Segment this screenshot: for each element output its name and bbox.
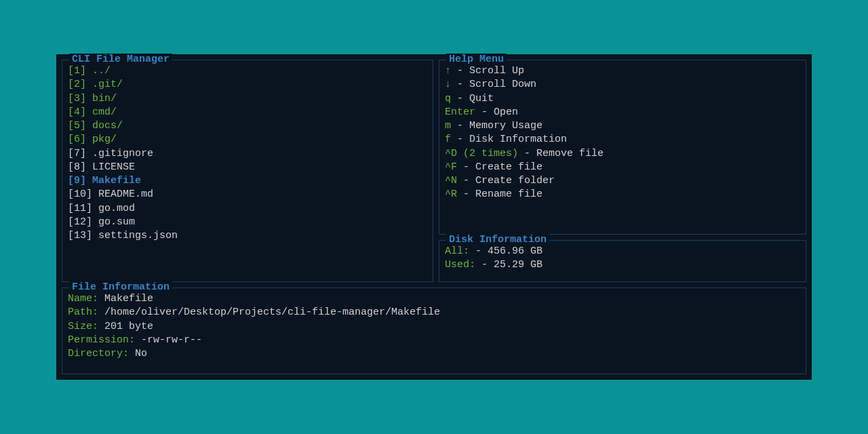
file-info-label: Directory: [68,348,129,359]
help-desc: - Create file [457,161,542,173]
disk-value: - 25.29 GB [475,259,542,271]
help-item: q - Quit [445,92,800,106]
help-key: ^D (2 times) [445,148,518,159]
help-desc: - Disk Information [451,134,567,145]
file-info-row: Permission: -rw-rw-r-- [68,334,800,347]
file-item[interactable]: [9] Makefile [68,174,427,188]
file-info-label: Size: [68,321,98,332]
help-item: ^D (2 times) - Remove file [445,147,800,161]
file-item[interactable]: [5] docs/ [68,119,427,133]
help-desc: - Memory Usage [451,120,542,132]
help-key: ^F [445,161,457,173]
file-info-title: File Information [69,281,172,293]
file-item[interactable]: [11] go.mod [68,202,427,216]
disk-label: All: [445,245,475,257]
file-info-value: No [129,348,147,359]
help-key: q [445,93,451,104]
file-info-row: Path: /home/oliver/Desktop/Projects/cli-… [68,306,800,319]
help-item: Enter - Open [445,106,800,119]
help-key: ↓ [445,79,451,90]
right-column: Help Menu ↑ - Scroll Up↓ - Scroll Downq … [439,60,806,282]
disk-rows: All: - 456.96 GBUsed: - 25.29 GB [445,245,800,273]
help-key: ^R [445,189,457,200]
help-title: Help Menu [446,54,507,65]
file-item[interactable]: [1] ../ [68,64,427,78]
file-list[interactable]: [1] ../[2] .git/[3] bin/[4] cmd/[5] docs… [68,64,427,243]
help-item: ^R - Rename file [445,188,800,201]
help-desc: - Quit [451,93,494,104]
terminal-window: CLI File Manager [1] ../[2] .git/[3] bin… [56,54,812,380]
disk-row: Used: - 25.29 GB [445,258,800,272]
help-desc: - Open [475,106,518,118]
disk-title: Disk Information [446,234,549,245]
help-key: f [445,134,451,145]
file-info-value: 201 byte [98,321,153,332]
file-info-row: Directory: No [68,347,800,361]
help-item: f - Disk Information [445,133,800,146]
file-manager-title: CLI File Manager [69,54,172,65]
file-info-row: Name: Makefile [68,292,800,306]
file-item[interactable]: [12] go.sum [68,216,427,229]
file-item[interactable]: [8] LICENSE [68,161,427,174]
help-item: ^F - Create file [445,161,800,174]
file-item[interactable]: [2] .git/ [68,78,427,92]
help-item: ↑ - Scroll Up [445,64,800,78]
file-info-row: Size: 201 byte [68,320,800,334]
help-key: ↑ [445,65,451,77]
file-info-value: -rw-rw-r-- [135,334,202,346]
file-item[interactable]: [13] settings.json [68,229,427,243]
file-info-panel: File Information Name: MakefilePath: /ho… [62,288,806,374]
disk-label: Used: [445,259,475,271]
file-item[interactable]: [3] bin/ [68,92,427,106]
help-item: ^N - Create folder [445,174,800,188]
help-desc: - Scroll Down [451,79,536,90]
file-item[interactable]: [6] pkg/ [68,133,427,146]
help-item: m - Memory Usage [445,119,800,133]
file-item[interactable]: [7] .gitignore [68,147,427,161]
help-key: Enter [445,106,475,118]
file-info-rows: Name: MakefilePath: /home/oliver/Desktop… [68,292,800,361]
help-list: ↑ - Scroll Up↓ - Scroll Downq - QuitEnte… [445,64,800,202]
help-item: ↓ - Scroll Down [445,78,800,92]
help-desc: - Create folder [457,175,555,186]
help-panel: Help Menu ↑ - Scroll Up↓ - Scroll Downq … [439,60,806,235]
file-info-value: Makefile [98,293,153,304]
file-item[interactable]: [4] cmd/ [68,106,427,119]
help-key: ^N [445,175,457,186]
help-desc: - Rename file [457,189,542,200]
file-info-value: /home/oliver/Desktop/Projects/cli-file-m… [98,307,440,318]
disk-row: All: - 456.96 GB [445,245,800,258]
disk-panel: Disk Information All: - 456.96 GBUsed: -… [439,240,806,282]
file-item[interactable]: [10] README.md [68,188,427,201]
help-desc: - Remove file [518,148,604,159]
file-info-label: Name: [68,293,98,304]
file-manager-panel: CLI File Manager [1] ../[2] .git/[3] bin… [62,60,433,282]
help-desc: - Scroll Up [451,65,524,77]
file-info-label: Permission: [68,334,135,346]
file-info-label: Path: [68,307,98,318]
help-key: m [445,120,451,132]
disk-value: - 456.96 GB [475,245,542,257]
top-row: CLI File Manager [1] ../[2] .git/[3] bin… [62,60,806,282]
